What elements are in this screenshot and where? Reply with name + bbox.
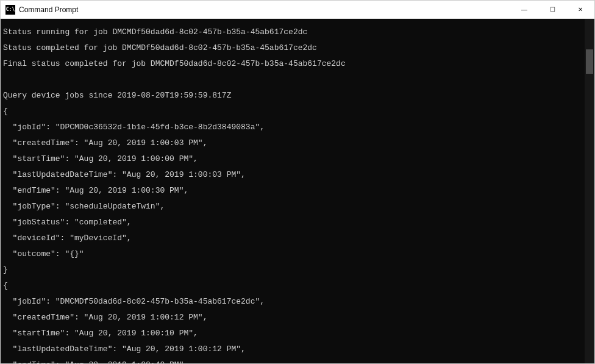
- scrollbar[interactable]: [585, 19, 594, 363]
- terminal-output[interactable]: Status running for job DMCMDf50dad6d-8c0…: [1, 19, 594, 363]
- json-field: "createdTime": "Aug 20, 2019 1:00:12 PM"…: [3, 313, 592, 321]
- json-field: "jobStatus": "completed",: [3, 218, 592, 226]
- json-field: "lastUpdatedDateTime": "Aug 20, 2019 1:0…: [3, 345, 592, 353]
- json-field: "jobType": "scheduleUpdateTwin",: [3, 202, 592, 210]
- status-line: Status running for job DMCMDf50dad6d-8c0…: [3, 28, 592, 36]
- window-controls: — ☐ ✕: [510, 1, 594, 18]
- close-button[interactable]: ✕: [566, 1, 594, 18]
- json-field: "createdTime": "Aug 20, 2019 1:00:03 PM"…: [3, 139, 592, 147]
- scrollbar-thumb[interactable]: [586, 49, 593, 74]
- json-field: "lastUpdatedDateTime": "Aug 20, 2019 1:0…: [3, 171, 592, 179]
- json-brace: {: [3, 107, 592, 115]
- minimize-button[interactable]: —: [510, 1, 538, 18]
- json-brace: {: [3, 282, 592, 290]
- json-field: "startTime": "Aug 20, 2019 1:00:10 PM",: [3, 329, 592, 337]
- json-field: "startTime": "Aug 20, 2019 1:00:00 PM",: [3, 155, 592, 163]
- query-header: Query device jobs since 2019-08-20T19:59…: [3, 91, 592, 99]
- status-line: Final status completed for job DMCMDf50d…: [3, 60, 592, 68]
- titlebar: C:\ Command Prompt — ☐ ✕: [1, 1, 594, 19]
- blank-line: [3, 76, 592, 84]
- json-field: "jobId": "DPCMD0c36532d-1b1e-45fd-b3ce-8…: [3, 123, 592, 131]
- json-field: "outcome": "{}": [3, 250, 592, 258]
- json-brace: }: [3, 266, 592, 274]
- command-prompt-icon: C:\: [5, 5, 15, 15]
- json-field: "deviceId": "myDeviceId",: [3, 234, 592, 242]
- status-line: Status completed for job DMCMDf50dad6d-8…: [3, 44, 592, 52]
- window-title: Command Prompt: [19, 5, 510, 14]
- json-field: "endTime": "Aug 20, 2019 1:00:40 PM",: [3, 361, 592, 363]
- maximize-button[interactable]: ☐: [538, 1, 566, 18]
- json-field: "jobId": "DMCMDf50dad6d-8c02-457b-b35a-4…: [3, 298, 592, 305]
- json-field: "endTime": "Aug 20, 2019 1:00:30 PM",: [3, 187, 592, 194]
